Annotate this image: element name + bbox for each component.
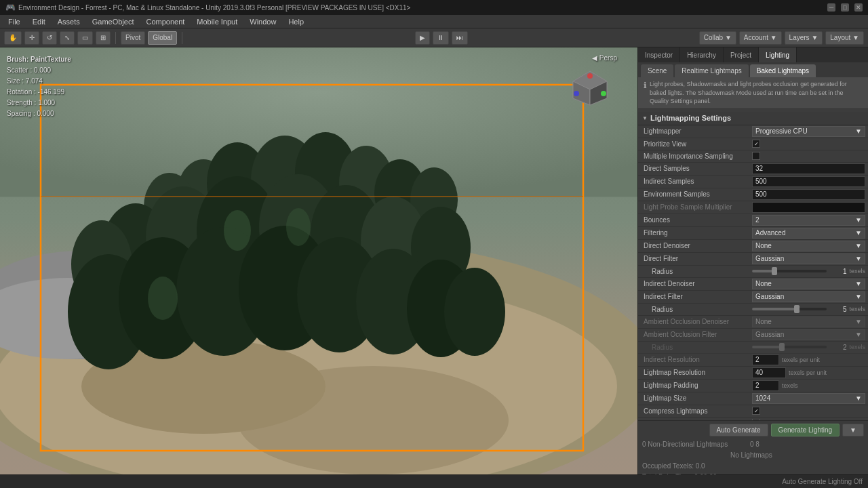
value-lightmapper[interactable]: Progressive CPU ▼: [752, 126, 865, 137]
warning-icon: ℹ: [644, 80, 647, 92]
value-lightmap-size[interactable]: 1024 ▼: [752, 393, 865, 404]
tab-lighting[interactable]: Lighting: [759, 47, 797, 62]
input-direct-samples[interactable]: [752, 163, 865, 174]
svg-point-33: [148, 277, 178, 320]
menu-mobileinput[interactable]: Mobile Input: [191, 16, 243, 27]
scene-gizmo[interactable]: [570, 68, 610, 108]
slider-track-radius-direct[interactable]: [752, 270, 827, 272]
setting-ao-denoiser: Ambient Occlusion Denoiser None ▼: [638, 316, 868, 329]
dropdown-bounces[interactable]: 2 ▼: [752, 215, 865, 226]
scale-tool[interactable]: ⤡: [60, 31, 75, 45]
dropdown-indirect-denoiser[interactable]: None ▼: [752, 279, 865, 289]
tab-hierarchy[interactable]: Hierarchy: [680, 47, 724, 62]
value-mis[interactable]: [752, 152, 865, 160]
input-lightmap-padding[interactable]: [752, 380, 779, 391]
dropdown-direct-denoiser[interactable]: None ▼: [752, 241, 865, 251]
rect-tool[interactable]: ▭: [77, 31, 93, 45]
checkbox-compress-lightmaps[interactable]: [752, 407, 760, 415]
dropdown-direct-filter[interactable]: Gaussian ▼: [752, 253, 865, 264]
non-directional-info: 0 Non-Directional Lightmaps 0 8: [642, 439, 864, 450]
menu-gameobject[interactable]: GameObject: [87, 16, 140, 27]
pivot-button[interactable]: Pivot: [121, 31, 145, 45]
tab-project[interactable]: Project: [724, 47, 759, 62]
label-indirect-filter: Indirect Filter: [644, 293, 752, 300]
global-button[interactable]: Global: [148, 31, 177, 45]
value-indirect-filter[interactable]: Gaussian ▼: [752, 291, 865, 302]
play-button[interactable]: ▶: [415, 31, 430, 45]
settings-panel[interactable]: ▼ Lightmapping Settings Lightmapper Prog…: [638, 109, 868, 420]
label-lp-multiplier: Light Probe Sample Multiplier: [644, 203, 752, 211]
value-direct-filter[interactable]: Gaussian ▼: [752, 253, 865, 264]
layers-button[interactable]: Layers ▼: [785, 31, 823, 45]
menu-window[interactable]: Window: [244, 16, 281, 27]
lighting-tab-scene[interactable]: Scene: [641, 64, 673, 77]
value-lightmap-padding[interactable]: texels: [752, 380, 865, 391]
maximize-button[interactable]: □: [841, 3, 849, 12]
lighting-tab-baked[interactable]: Baked Lightmaps: [750, 64, 816, 77]
chevron-down-icon-dd: ▼: [855, 242, 862, 249]
auto-generate-button[interactable]: Auto Generate: [709, 424, 768, 436]
value-indirect-denoiser[interactable]: None ▼: [752, 279, 865, 289]
input-env-samples[interactable]: [752, 189, 865, 200]
input-lp-multiplier[interactable]: [752, 202, 865, 213]
menu-assets[interactable]: Assets: [52, 16, 85, 27]
rotate-tool[interactable]: ↺: [42, 31, 57, 45]
account-button[interactable]: Account ▼: [739, 31, 782, 45]
menu-file[interactable]: File: [3, 16, 26, 27]
value-indirect-resolution[interactable]: texels per unit: [752, 354, 865, 365]
label-ao-filter: Ambient Occlusion Filter: [644, 331, 752, 338]
value-bounces[interactable]: 2 ▼: [752, 215, 865, 226]
value-prioritize-view[interactable]: [752, 140, 865, 148]
value-indirect-samples[interactable]: [752, 176, 865, 187]
titlebar-controls[interactable]: ─ □ ✕: [827, 3, 863, 12]
dropdown-indirect-filter[interactable]: Gaussian ▼: [752, 291, 865, 302]
dropdown-lightmap-size[interactable]: 1024 ▼: [752, 393, 865, 404]
label-prioritize-view: Prioritize View: [644, 140, 752, 148]
minimize-button[interactable]: ─: [827, 3, 835, 12]
slider-track-radius-indirect[interactable]: [752, 308, 827, 310]
svg-point-32: [286, 208, 311, 246]
panel-tabs: Inspector Hierarchy Project Lighting: [638, 47, 868, 62]
layout-button[interactable]: Layout ▼: [825, 31, 864, 45]
dropdown-ao-filter: Gaussian ▼: [752, 329, 865, 340]
value-compress-lightmaps[interactable]: [752, 407, 865, 415]
chevron-down-icon-aod: ▼: [855, 318, 862, 325]
step-button[interactable]: ⏭: [452, 31, 468, 45]
menu-help[interactable]: Help: [283, 16, 309, 27]
menu-component[interactable]: Component: [140, 16, 190, 27]
dropdown-filtering[interactable]: Advanced ▼: [752, 228, 865, 239]
input-indirect-resolution[interactable]: [752, 354, 779, 365]
close-button[interactable]: ✕: [854, 3, 863, 12]
generate-lighting-button[interactable]: Generate Lighting: [771, 424, 840, 436]
label-mis: Multiple Importance Sampling: [644, 152, 752, 160]
chevron-down-icon-aof: ▼: [855, 331, 862, 338]
value-env-samples[interactable]: [752, 189, 865, 200]
generate-dropdown-button[interactable]: ▼: [842, 424, 864, 436]
value-filtering[interactable]: Advanced ▼: [752, 228, 865, 239]
main-layout: Scene Game Shaded 2D ☀ ♪ ✦ Gizmos ▼ All: [0, 47, 868, 474]
dropdown-lightmapper[interactable]: Progressive CPU ▼: [752, 126, 865, 137]
value-direct-denoiser[interactable]: None ▼: [752, 241, 865, 251]
slider-value-radius-direct: 1: [829, 268, 846, 275]
hand-tool[interactable]: ✋: [4, 31, 22, 45]
input-indirect-samples[interactable]: [752, 176, 865, 187]
value-radius-ao: 2 texels: [752, 344, 865, 351]
transform-tool[interactable]: ⊞: [96, 31, 111, 45]
menu-edit[interactable]: Edit: [27, 16, 51, 27]
collab-button[interactable]: Collab ▼: [699, 31, 736, 45]
move-tool[interactable]: ✛: [24, 31, 39, 45]
lightmapping-section-header[interactable]: ▼ Lightmapping Settings: [638, 112, 868, 125]
tab-inspector[interactable]: Inspector: [638, 47, 680, 62]
checkbox-prioritize-view[interactable]: [752, 140, 760, 148]
scene-view[interactable]: Scene Game Shaded 2D ☀ ♪ ✦ Gizmos ▼ All: [0, 47, 637, 474]
checkbox-mis[interactable]: [752, 152, 760, 160]
value-lightmap-resolution[interactable]: texels per unit: [752, 367, 865, 378]
value-direct-samples[interactable]: [752, 163, 865, 174]
value-lp-multiplier[interactable]: [752, 202, 865, 213]
input-lightmap-resolution[interactable]: [752, 367, 786, 378]
svg-point-30: [444, 268, 505, 356]
value-radius-direct[interactable]: 1 texels: [752, 268, 865, 275]
value-radius-indirect[interactable]: 5 texels: [752, 306, 865, 313]
pause-button[interactable]: ⏸: [433, 31, 449, 45]
lighting-tab-realtime[interactable]: Realtime Lightmaps: [675, 64, 748, 77]
